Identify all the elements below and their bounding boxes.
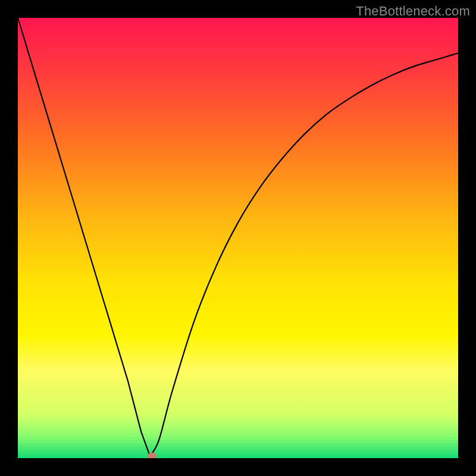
watermark-text: TheBottleneck.com <box>356 4 470 19</box>
plot-area <box>18 18 458 458</box>
chart-frame: TheBottleneck.com <box>0 0 476 476</box>
plot-svg <box>18 18 458 458</box>
